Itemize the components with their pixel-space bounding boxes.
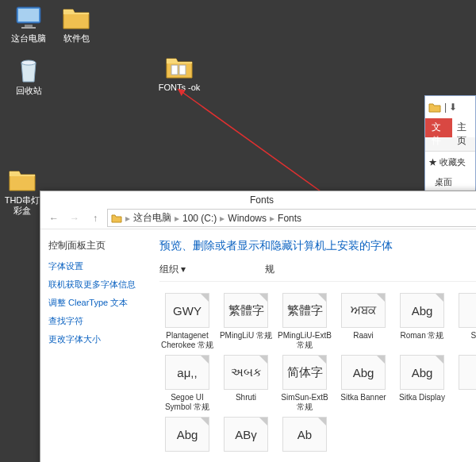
organize-menu[interactable]: 组织 ▾ xyxy=(159,263,186,276)
sidebar-link[interactable]: 查找字符 xyxy=(48,315,136,327)
font-label: Scala xyxy=(453,331,476,341)
svg-rect-6 xyxy=(179,65,186,75)
desktop-icon-label: THD串灯 彩盒 xyxy=(2,195,43,216)
font-label: SimSun-ExtB 常规 xyxy=(277,393,332,412)
tab-home[interactable]: 主页 xyxy=(452,118,476,137)
font-thumb: S xyxy=(459,355,476,390)
font-item[interactable]: AScala xyxy=(453,293,476,350)
font-label: Roman 常规 xyxy=(394,331,450,341)
nav-up-button[interactable]: ↑ xyxy=(86,210,104,226)
desktop-icon-software[interactable]: 软件包 xyxy=(54,3,98,44)
desktop-icon-thd[interactable]: THD串灯 彩盒 xyxy=(2,165,43,216)
font-item[interactable]: AbgSitka Display xyxy=(394,355,450,412)
desktop-icon-label: FONTs -ok xyxy=(157,83,202,93)
font-thumb: ਅਬਕ xyxy=(341,293,386,328)
sidebar-link[interactable]: 更改字体大小 xyxy=(48,333,136,345)
annotation-arrow xyxy=(175,86,349,205)
font-thumb: aμ,, xyxy=(165,355,209,390)
svg-rect-3 xyxy=(21,27,36,29)
font-item[interactable]: 繁體字PMingLiU-ExtB 常规 xyxy=(277,293,332,350)
font-item[interactable]: aμ,,Segoe UI Symbol 常规 xyxy=(159,355,215,412)
breadcrumb-seg[interactable]: Windows xyxy=(228,213,267,224)
folder-icon xyxy=(165,52,194,81)
font-thumb: Abg xyxy=(400,293,444,328)
font-item[interactable]: SS xyxy=(453,355,476,412)
favorites-label[interactable]: ★ 收藏夹 xyxy=(428,156,472,168)
svg-rect-1 xyxy=(18,9,39,21)
breadcrumb-seg[interactable]: Fonts xyxy=(278,213,301,224)
sidebar-header: 控制面板主页 xyxy=(48,239,136,252)
desktop-icon-label: 回收站 xyxy=(6,86,51,96)
font-label: PMingLiU 常规 xyxy=(218,331,274,341)
font-item[interactable]: અબકShruti xyxy=(218,355,274,412)
svg-point-4 xyxy=(21,60,36,65)
fonts-window: Fonts ← → ↑ ▸ 这台电脑 ▸ 100 (C:) ▸ Windows … xyxy=(40,191,476,462)
desktop-icon-recycle[interactable]: 回收站 xyxy=(6,56,51,96)
recycle-bin-icon xyxy=(14,56,43,84)
nav-forward-button[interactable]: → xyxy=(66,210,83,226)
desktop-icon-label: 软件包 xyxy=(54,33,98,44)
breadcrumb-seg[interactable]: 这台电脑 xyxy=(133,211,171,225)
font-thumb: 繁體字 xyxy=(282,293,327,328)
breadcrumb-seg[interactable]: 100 (C:) xyxy=(182,213,217,224)
window-title: Fonts xyxy=(40,191,476,207)
font-thumb: 简体字 xyxy=(282,355,327,390)
page-heading: 预览、删除或者显示和隐藏计算机上安装的字体 xyxy=(159,239,476,253)
svg-line-7 xyxy=(178,89,337,203)
sidebar: 控制面板主页 字体设置 联机获取更多字体信息 调整 ClearType 文本 查… xyxy=(40,229,144,462)
font-item[interactable]: 繁體字PMingLiU 常规 xyxy=(218,293,274,350)
font-item[interactable]: Abg xyxy=(159,417,215,455)
small-window-titlebar: | ⬇ xyxy=(425,96,475,118)
font-thumb: Ab xyxy=(282,417,327,452)
computer-icon xyxy=(14,3,43,32)
font-item[interactable]: ਅਬਕRaavi xyxy=(336,293,391,350)
folder-icon xyxy=(8,165,36,194)
font-label: Sitka Banner xyxy=(336,393,391,402)
font-label: Sitka Display xyxy=(394,393,450,402)
folder-icon xyxy=(428,101,441,114)
font-thumb: A xyxy=(459,293,476,328)
tab-file[interactable]: 文件 xyxy=(425,118,452,137)
folder-icon xyxy=(62,3,90,32)
breadcrumb[interactable]: ▸ 这台电脑 ▸ 100 (C:) ▸ Windows ▸ Fonts xyxy=(107,209,476,227)
font-item[interactable]: AbgRoman 常规 xyxy=(394,293,450,350)
partial-explorer-window: | ⬇ 文件 主页 ★ 收藏夹 桌面 xyxy=(424,95,476,191)
font-label: Segoe UI Symbol 常规 xyxy=(159,393,215,412)
sidebar-link[interactable]: 联机获取更多字体信息 xyxy=(48,279,136,291)
font-label: S xyxy=(453,393,476,402)
svg-rect-2 xyxy=(25,25,33,27)
font-thumb: ΑΒγ xyxy=(224,417,268,452)
desktop-icon-this-pc[interactable]: 这台电脑 xyxy=(6,3,51,44)
font-item[interactable]: AbgSitka Banner xyxy=(336,355,391,412)
font-thumb: અબક xyxy=(224,355,268,390)
folder-icon xyxy=(111,213,122,224)
svg-rect-5 xyxy=(171,65,178,75)
font-label: Plantagenet Cherokee 常规 xyxy=(159,331,215,350)
desktop-icon-label: 这台电脑 xyxy=(6,33,51,44)
font-item[interactable]: ΑΒγ xyxy=(218,417,274,455)
font-grid: GWYPlantagenet Cherokee 常规繁體字PMingLiU 常规… xyxy=(159,293,476,455)
sidebar-desktop[interactable]: 桌面 xyxy=(428,176,472,188)
font-label: Raavi xyxy=(336,331,391,341)
desktop-icon-fonts-ok[interactable]: FONTs -ok xyxy=(157,52,202,93)
nav-back-button[interactable]: ← xyxy=(45,210,63,226)
font-thumb: Abg xyxy=(165,417,209,452)
sidebar-link[interactable]: 字体设置 xyxy=(48,260,136,272)
font-label: PMingLiU-ExtB 常规 xyxy=(277,331,332,350)
font-thumb: Abg xyxy=(341,355,386,390)
font-thumb: 繁體字 xyxy=(224,293,268,328)
font-thumb: GWY xyxy=(165,293,209,328)
toolbar-regular: 规 xyxy=(265,263,274,276)
font-item[interactable]: GWYPlantagenet Cherokee 常规 xyxy=(159,293,215,350)
font-item[interactable]: 简体字SimSun-ExtB 常规 xyxy=(277,355,332,412)
main-pane: 预览、删除或者显示和隐藏计算机上安装的字体 组织 ▾ 规 GWYPlantage… xyxy=(144,229,476,462)
font-label: Shruti xyxy=(218,393,274,402)
font-item[interactable]: Ab xyxy=(277,417,332,455)
font-thumb: Abg xyxy=(400,355,444,390)
sidebar-link[interactable]: 调整 ClearType 文本 xyxy=(48,297,136,309)
